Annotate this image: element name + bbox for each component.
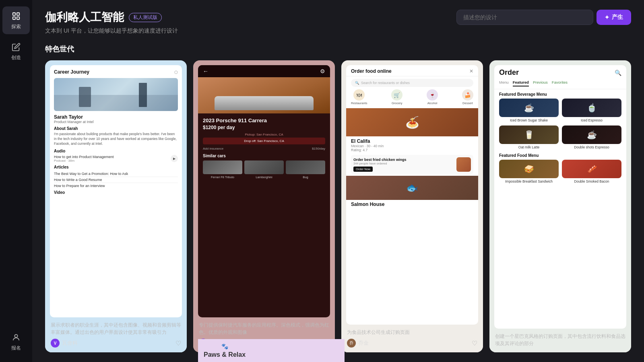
person-role: Product Manager at Intel: [54, 120, 178, 124]
article-2: How to Write a Good Resume: [54, 177, 178, 183]
similar-cars: Ferrari F8 Tributo Lamborghini Bug: [203, 160, 325, 179]
card-food-order: Order food online ✕ 🔍 Search for restaur…: [341, 60, 483, 352]
search-input[interactable]: [456, 10, 593, 25]
similar-car-3: Bug: [286, 160, 325, 179]
settings-icon[interactable]: ⚙: [320, 68, 325, 74]
tab-menu[interactable]: Menu: [499, 80, 509, 86]
tab-featured[interactable]: Featured: [513, 80, 529, 86]
order-header: Order 🔍: [494, 65, 626, 80]
career-title: Career Journey: [54, 69, 89, 75]
audio-item: How to get into Product Management: [54, 155, 114, 159]
back-icon[interactable]: ←: [203, 68, 208, 74]
card-car-rental: ← ⚙ 2023 Porsche 911 Carrera $1200 per d…: [193, 60, 335, 352]
sidebar: 探索 创造 报名: [0, 0, 32, 362]
bev-4-img: ☕: [562, 125, 621, 144]
card-1-username: 瓦舍科: [62, 339, 78, 347]
food-image-1: 🍝: [346, 108, 478, 136]
car-topbar: ← ⚙: [198, 65, 330, 77]
close-icon[interactable]: ✕: [469, 68, 473, 74]
order-now-btn[interactable]: Order Now: [353, 167, 373, 172]
dropoff-btn[interactable]: Drop off: San Francisco, CA: [203, 138, 325, 144]
bev-2-img: 🍵: [562, 99, 621, 117]
articles-heading: Articles: [54, 165, 178, 169]
about-heading: About Sarah: [54, 126, 178, 131]
audio-meta: Podcast · 38m: [54, 159, 114, 162]
svg-rect-2: [13, 17, 15, 19]
card-3-favorite[interactable]: ♡: [472, 339, 477, 347]
play-button[interactable]: ▶: [171, 155, 178, 162]
cat-alcohol[interactable]: 🍷 Alcohol: [427, 89, 438, 105]
svg-point-4: [14, 335, 17, 337]
article-1: The Best Way to Get a Promotion: How to …: [54, 171, 178, 177]
similar-title: Similar cars: [203, 154, 325, 158]
career-office-image: [54, 78, 178, 111]
cat-grocery[interactable]: 🛒 Grocery: [391, 89, 402, 105]
person-name: Sarah Taylor: [54, 114, 178, 120]
sidebar-item-create[interactable]: 创造: [2, 37, 30, 65]
sidebar-create-label: 创造: [11, 54, 21, 61]
food-thumb: [456, 157, 471, 172]
food-1-img: 🥪: [499, 160, 559, 178]
search-icon: 🔍: [355, 81, 359, 85]
generate-icon: ✦: [605, 14, 609, 21]
bev-grid: ☕ Iced Brown Sugar Shake 🍵 Iced Espresso…: [494, 99, 626, 152]
sidebar-explore-label: 探索: [11, 23, 21, 30]
bev-1: ☕ Iced Brown Sugar Shake: [499, 99, 559, 122]
tab-favorites[interactable]: Favorites: [552, 80, 568, 86]
bev-4: ☕ Double shots Espresso: [562, 125, 621, 149]
card-4-desc: 创建一个星巴克风格的订购页面，其中包含流行饮料和食品选项及其评论的部分: [489, 329, 631, 352]
svg-rect-3: [17, 17, 19, 19]
pickup-label: Pickup: San Francisco, CA: [203, 133, 325, 136]
audio-heading: Audio: [54, 149, 178, 153]
restaurant-1-info: El Califa Mexican · 30 - 40 min Rating: …: [346, 136, 478, 153]
article-3: How to Prepare for an Interview: [54, 183, 178, 189]
generate-button[interactable]: ✦ 产生: [597, 10, 631, 25]
bev-1-img: ☕: [499, 99, 559, 117]
card-3-preview: Order food online ✕ 🔍 Search for restaur…: [341, 60, 483, 325]
card-2-preview: ← ⚙ 2023 Porsche 911 Carrera $1200 per d…: [193, 60, 335, 317]
sidebar-item-explore[interactable]: 探索: [2, 6, 30, 34]
card-2-description: 专门提供保时捷汽车服务的应用程序。深色模式，强调色为红色。优质的外观和图像: [199, 321, 329, 336]
special-order: Order best fried chicken wings 344 peopl…: [351, 155, 473, 174]
main-content: 伽利略人工智能 私人测试版 文本到 UI 平台，让您能够以超乎想象的速度进行设计…: [32, 0, 644, 362]
card-1-user-row: V 瓦舍科 ♡: [51, 339, 181, 348]
card-3-description: 为食品技术公司生成订购页面: [347, 329, 477, 336]
card-3-desc: 为食品技术公司生成订购页面 乔 乔金 ♡: [341, 325, 483, 352]
car-price: $1200 per day: [203, 125, 325, 130]
food-header: Order food online ✕: [346, 65, 478, 76]
card-4-preview: Order 🔍 Menu Featured Previous Favorites…: [489, 60, 631, 329]
user-icon: [10, 332, 22, 343]
food-2-img: 🥓: [562, 160, 621, 178]
beta-badge: 私人测试版: [129, 13, 162, 22]
sidebar-item-signup[interactable]: 报名: [2, 328, 30, 356]
cat-restaurants[interactable]: 🍽 Restaurants: [351, 89, 367, 105]
food-2: 🥓 Double Smoked Bacon: [562, 160, 621, 183]
food-image-2: 🐟: [346, 176, 478, 200]
card-4-description: 创建一个星巴克风格的订购页面，其中包含流行饮料和食品选项及其评论的部分: [495, 333, 625, 348]
car-name: 2023 Porsche 911 Carrera: [203, 117, 325, 123]
featured-bev-title: Featured Beverage Menu: [494, 89, 626, 99]
subtitle: 文本到 UI 平台，让您能够以超乎想象的速度进行设计: [45, 27, 178, 35]
paws-relax-card: 🐾 Paws & Relax: [198, 339, 345, 362]
food-categories: 🍽 Restaurants 🛒 Grocery 🍷 Alcohol �: [346, 89, 478, 108]
paws-title: Paws & Relax: [204, 351, 246, 358]
bev-3: 🥛 Oat milk Latte: [499, 125, 559, 149]
card-1-favorite[interactable]: ♡: [175, 339, 181, 347]
title-row: 伽利略人工智能 私人测试版: [45, 10, 178, 25]
card-3-user-row: 乔 乔金 ♡: [347, 339, 477, 348]
food-search[interactable]: 🔍 Search for restaurants or dishes: [351, 79, 473, 87]
section-title: 特色世代: [45, 44, 631, 54]
cards-grid: Career Journey ⬡ Sarah Taylor Product Ma…: [45, 60, 631, 352]
explore-icon: [10, 10, 22, 22]
card-starbucks-order: Order 🔍 Menu Featured Previous Favorites…: [489, 60, 631, 352]
food-grid: 🥪 Impossible Breakfast Sandwich 🥓 Double…: [494, 160, 626, 186]
food-1: 🥪 Impossible Breakfast Sandwich: [499, 160, 559, 183]
search-icon[interactable]: 🔍: [615, 70, 621, 76]
card-1-avatar: V: [51, 339, 60, 348]
tab-previous[interactable]: Previous: [533, 80, 548, 86]
search-bar: ✦ 产生: [456, 10, 631, 25]
share-icon: ⬡: [174, 70, 178, 74]
similar-car-2: Lamborghini: [244, 160, 284, 179]
header-left: 伽利略人工智能 私人测试版 文本到 UI 平台，让您能够以超乎想象的速度进行设计: [45, 10, 178, 35]
cat-dessert[interactable]: 🍰 Dessert: [462, 89, 473, 105]
